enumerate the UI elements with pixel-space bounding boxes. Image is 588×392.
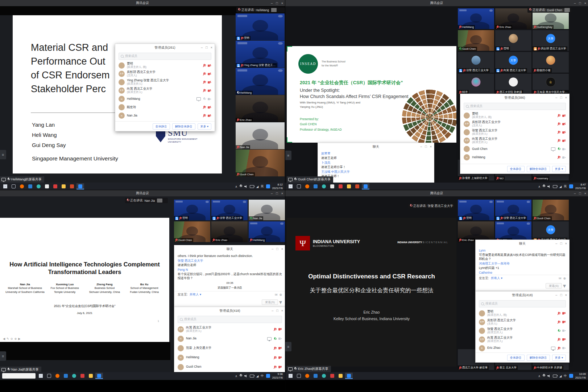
member-row[interactable]: H HeliWang — [119, 95, 211, 103]
video-tile[interactable]: 大学 向翼 西北工业大学 — [495, 52, 531, 73]
member-row[interactable]: H HeliWang — [178, 353, 282, 362]
video-tile[interactable]: HeliWang — [495, 221, 531, 242]
video-tile[interactable]: 张莹 西北工业大学 — [458, 52, 494, 73]
mute-all-button[interactable]: 全体静音 — [507, 166, 525, 172]
browser-icon[interactable] — [303, 183, 311, 189]
tray-battery-icon[interactable] — [553, 375, 557, 377]
window-titlebar[interactable]: 腾讯会议 – □ × — [0, 0, 285, 6]
window-titlebar[interactable]: 腾讯会议 – □ × — [285, 0, 588, 6]
window-titlebar[interactable]: 腾讯会议 – □ × — [285, 190, 588, 196]
mail-icon[interactable] — [26, 183, 34, 189]
tray-language-indicator[interactable]: 英 — [564, 184, 567, 189]
member-row[interactable]: 大学 向翼 西北工业大学(联席主持人) — [464, 136, 566, 145]
mail-icon[interactable] — [312, 183, 319, 189]
tray-chevron-icon[interactable]: ∧ — [235, 185, 237, 188]
member-row[interactable]: 顾世玲 — [119, 103, 211, 111]
minimize-button[interactable]: – — [272, 247, 273, 251]
video-tile[interactable]: Eric Zhao — [458, 221, 494, 242]
unmute-all-button[interactable]: 解除全体静音 — [527, 166, 550, 172]
chat-header[interactable]: 聊天 – □ × — [476, 240, 569, 247]
maximize-button[interactable]: □ — [206, 46, 207, 49]
tray-ime-icon[interactable] — [569, 374, 573, 378]
more-button[interactable]: 更多 ▾ — [198, 123, 211, 130]
minimize-button[interactable]: – — [555, 293, 557, 297]
tray-ime-icon[interactable] — [266, 374, 270, 378]
mail-icon[interactable] — [62, 373, 70, 379]
tray-speaker-icon[interactable] — [547, 185, 551, 188]
tray-battery-icon[interactable] — [250, 185, 254, 188]
minimize-button[interactable]: – — [574, 1, 576, 5]
member-row[interactable]: 大学 向翼 西北工业大学(联席主持人) — [479, 335, 566, 344]
member-row[interactable]: 贾明(联席主持人, 我) — [119, 61, 211, 70]
task-view-button[interactable] — [10, 183, 17, 189]
task-view-button[interactable] — [45, 373, 53, 379]
tray-battery-icon[interactable] — [553, 185, 557, 188]
tray-speaker-icon[interactable] — [244, 375, 248, 377]
member-row[interactable]: 张莹 西北工业大学(联席主持人) — [479, 326, 566, 335]
tray-ime-icon[interactable] — [266, 184, 270, 188]
close-button[interactable]: × — [281, 309, 283, 313]
mail-icon[interactable] — [312, 373, 319, 379]
start-button[interactable] — [1, 183, 9, 189]
close-button[interactable]: × — [281, 247, 283, 251]
browser-icon[interactable] — [18, 183, 26, 189]
sidebar-toggle-handle[interactable]: ≡ — [285, 151, 291, 160]
video-tile[interactable]: HeliWang — [458, 8, 494, 29]
browser-icon[interactable] — [303, 373, 311, 379]
panel-header[interactable]: 管理成员(261) – □ × — [115, 44, 215, 51]
video-tile[interactable]: 勤奋的小猪 — [533, 52, 569, 73]
file-explorer-icon[interactable] — [337, 373, 344, 379]
video-tile[interactable]: Guoli Chen — [236, 150, 285, 176]
tray-clock[interactable]: 8:472021/7/6 — [575, 183, 586, 190]
send-options-caret[interactable]: ▾ — [563, 282, 566, 289]
member-row[interactable]: 大学 房彭玥 西北工业大学(主持人) — [479, 318, 566, 326]
file-explorer-icon[interactable] — [345, 183, 353, 189]
close-button[interactable]: × — [281, 192, 283, 195]
video-tile[interactable]: Eric Zhao — [495, 8, 531, 29]
tencent-meeting-icon[interactable] — [76, 183, 84, 189]
send-to-selector[interactable]: 所有人 ▾ — [190, 293, 201, 297]
video-tile[interactable]: Nan Jia — [249, 200, 285, 220]
video-tile[interactable]: 西工大管院 孙鹤溪 — [495, 74, 531, 94]
tray-network-icon[interactable]: ◢ — [559, 185, 562, 188]
close-button[interactable]: × — [565, 96, 567, 99]
close-button[interactable]: × — [565, 293, 567, 297]
send-options-caret[interactable]: ▾ — [279, 299, 282, 306]
tray-speaker-icon[interactable] — [244, 185, 248, 188]
next-slide-icon[interactable]: ▶ — [18, 337, 20, 340]
app-red-icon[interactable] — [328, 373, 336, 379]
tray-chevron-icon[interactable]: ∧ — [538, 374, 541, 378]
image-icon[interactable]: ✉ — [559, 277, 562, 280]
close-button[interactable]: × — [211, 46, 212, 49]
tray-language-indicator[interactable]: 中 — [564, 374, 567, 378]
member-row[interactable]: N Nan Jia — [119, 111, 211, 120]
member-row[interactable]: H HeliWang — [464, 153, 566, 162]
member-search-input[interactable]: 搜索成员 — [119, 53, 211, 60]
taskbar-search-box[interactable]: ⋯ — [2, 373, 36, 379]
video-tile[interactable]: 张莹 西北工业大学 — [495, 200, 531, 220]
maximize-button[interactable]: □ — [560, 96, 562, 99]
minimize-button[interactable]: – — [574, 192, 576, 195]
video-tile[interactable]: Eric Zhao — [211, 221, 248, 242]
member-row[interactable]: E Eric Zhao — [479, 344, 566, 352]
tencent-meeting-icon[interactable] — [95, 373, 103, 379]
app-red-icon[interactable] — [79, 373, 86, 379]
member-row[interactable]: Ying Zhang 张莹 西北工业大学(联席主持人) — [119, 78, 211, 86]
member-row[interactable]: 大学 房彭玥 西北工业大学(主持人) — [464, 120, 566, 128]
member-row[interactable]: Guoli Chen — [464, 145, 566, 153]
edge-icon[interactable] — [320, 373, 328, 379]
member-search-input[interactable]: 搜索成员 — [464, 103, 566, 110]
panel-header[interactable]: 管理成员(386) – □ × — [460, 94, 569, 101]
video-tile[interactable]: Eric Zhao — [236, 95, 285, 122]
powerpoint-icon[interactable] — [68, 183, 76, 189]
send-button[interactable]: 发送(S) — [546, 283, 562, 289]
mute-all-button[interactable]: 全体静音 — [153, 123, 170, 130]
eraser-icon[interactable]: ⊖ — [11, 337, 13, 340]
member-row[interactable]: 张莹 西北工业大学(联席主持人) — [464, 128, 566, 136]
send-button[interactable]: 发送(S) — [262, 299, 278, 305]
video-tile[interactable]: 大学 房彭玥 西北工业大学 — [533, 221, 569, 242]
tray-chevron-icon[interactable]: ∧ — [235, 374, 237, 378]
tray-language-indicator[interactable]: 中 — [261, 374, 264, 378]
laser-icon[interactable]: ⊕ — [15, 337, 17, 340]
app-white-icon[interactable] — [43, 183, 51, 189]
